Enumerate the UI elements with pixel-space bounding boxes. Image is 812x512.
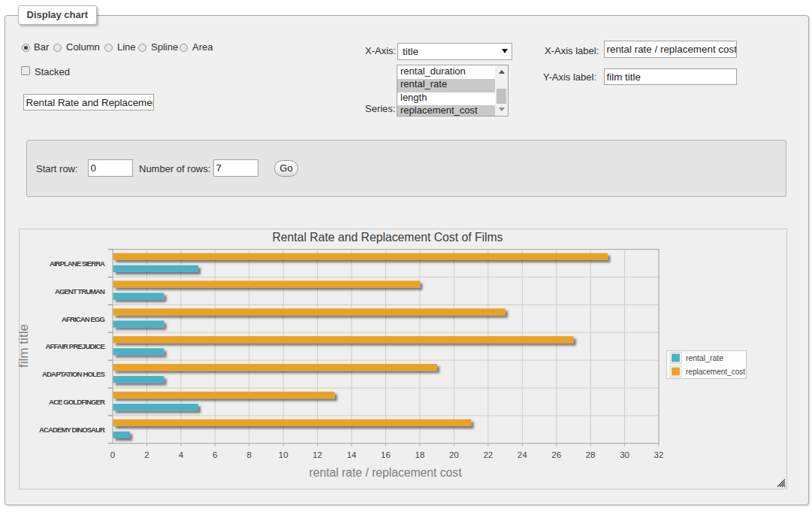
svg-text:ADAPTATION HOLES: ADAPTATION HOLES [42, 370, 106, 378]
svg-text:AGENT TRUMAN: AGENT TRUMAN [55, 287, 105, 295]
svg-text:ACE GOLDFINGER: ACE GOLDFINGER [49, 398, 105, 406]
svg-text:22: 22 [483, 450, 493, 459]
svg-text:8: 8 [247, 450, 252, 459]
svg-text:0: 0 [110, 450, 115, 459]
svg-text:16: 16 [381, 450, 391, 459]
svg-text:26: 26 [551, 450, 561, 459]
svg-text:AIRPLANE SIERRA: AIRPLANE SIERRA [50, 259, 105, 268]
svg-text:12: 12 [312, 450, 322, 459]
svg-text:10: 10 [279, 450, 288, 459]
svg-text:rental rate / replacement cost: rental rate / replacement cost [309, 466, 463, 479]
svg-text:18: 18 [415, 450, 425, 459]
svg-text:ACADEMY DINOSAUR: ACADEMY DINOSAUR [39, 426, 105, 434]
svg-text:Rental Rate and Replacement Co: Rental Rate and Replacement Cost of Film… [273, 230, 503, 244]
svg-text:2: 2 [144, 450, 149, 459]
svg-text:rental_rate: rental_rate [686, 353, 723, 362]
svg-text:30: 30 [620, 450, 629, 459]
svg-text:4: 4 [179, 450, 184, 459]
svg-text:AFRICAN EGG: AFRICAN EGG [62, 315, 105, 323]
svg-text:24: 24 [518, 450, 527, 459]
svg-text:28: 28 [586, 450, 596, 459]
svg-text:14: 14 [347, 450, 357, 459]
svg-text:32: 32 [654, 450, 664, 459]
svg-text:replacement_cost: replacement_cost [686, 367, 746, 376]
svg-text:AFFAIR PREJUDICE: AFFAIR PREJUDICE [46, 342, 106, 350]
svg-text:20: 20 [449, 450, 459, 459]
svg-text:6: 6 [213, 450, 217, 459]
svg-text:film title: film title [17, 324, 31, 368]
